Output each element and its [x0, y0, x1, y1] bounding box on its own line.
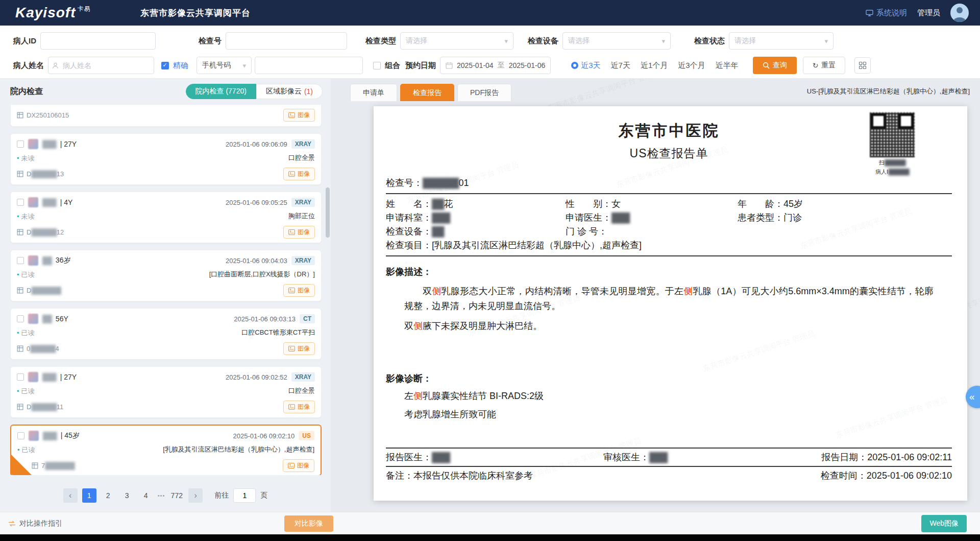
tab-regional-cloud[interactable]: 区域影像云 (1) — [256, 84, 323, 99]
exam-number: 7███████ — [41, 462, 75, 469]
qr-caption-2: 病人I██████ — [864, 168, 920, 176]
image-button[interactable]: 图像 — [283, 226, 315, 239]
exam-list-item[interactable]: ███ | 27Y 2025-01-06 09:06:09 XRAY •未读 口… — [10, 133, 322, 185]
image-button[interactable]: 图像 — [283, 284, 315, 297]
date-end[interactable]: 2025-01-06 — [509, 61, 546, 69]
patient-id-input[interactable] — [40, 32, 156, 50]
patient-age: | 27Y — [60, 140, 77, 148]
read-status: •已读 — [17, 445, 35, 455]
item-checkbox[interactable] — [17, 257, 24, 264]
page-number-3[interactable]: 3 — [120, 488, 134, 503]
chevron-down-icon: ▾ — [504, 37, 508, 45]
web-image-button[interactable]: Web图像 — [921, 515, 967, 532]
exam-list-item[interactable]: ██ 36岁 2025-01-06 09:04:03 XRAY •已读 [口腔曲… — [10, 250, 322, 301]
panel-title: 院内检查 — [10, 86, 43, 97]
exam-list-item[interactable]: ███ | 27Y 2025-01-06 09:02:52 XRAY •已读 口… — [10, 366, 322, 418]
exam-description: 口腔全景 — [288, 387, 315, 395]
exact-label: 精确 — [173, 61, 188, 70]
page-ellipsis[interactable]: ••• — [158, 492, 165, 499]
date-range-picker[interactable]: 2025-01-04 至 2025-01-06 — [440, 57, 551, 74]
compare-images-button[interactable]: 对比影像 — [284, 515, 333, 532]
exam-id-icon — [17, 404, 23, 410]
radio-on-icon — [571, 62, 578, 69]
person-icon — [957, 7, 963, 13]
combine-label: 组合 — [385, 61, 400, 70]
page-number-last[interactable]: 772 — [169, 488, 184, 503]
query-button[interactable]: 查询 — [753, 57, 797, 74]
exam-list-item-selected[interactable]: ███ | 45岁 2025-01-06 09:02:10 US •已读 [乳腺… — [10, 425, 322, 475]
image-button[interactable]: 图像 — [283, 342, 315, 355]
compare-guide-link[interactable]: 对比操作指引 — [8, 519, 62, 528]
prev-page-button[interactable]: ‹ — [63, 488, 78, 503]
imaging-diagnosis-label: 影像诊断： — [386, 372, 952, 385]
exam-list-item[interactable]: ███ | 4Y 2025-01-06 09:05:25 XRAY •未读 胸部… — [10, 192, 322, 243]
read-status: •已读 — [17, 328, 35, 338]
system-help-link[interactable]: 系统说明 — [866, 8, 907, 18]
phone-field-select[interactable]: 手机号码 ▾ — [197, 57, 252, 74]
imaging-diagnosis-text: 左侧乳腺囊实性结节 BI-RADS:2级 — [404, 389, 952, 403]
exam-list-item[interactable]: ██ 56Y 2025-01-06 09:03:13 CT •已读 口腔CBCT… — [10, 308, 322, 360]
review-doctor: 审核医生：███ — [603, 451, 821, 463]
tab-exam-report[interactable]: 检查报告 — [400, 84, 454, 101]
search-row-2: 病人姓名 精确 手机号码 ▾ 组合 预约日期 2025-01-04 — [12, 53, 968, 78]
watermark-text: 东营市影像云共享调阅平台 管理员 — [702, 328, 816, 374]
exam-status-select[interactable]: 请选择 ▾ — [729, 32, 834, 50]
quick-option-7days[interactable]: 近7天 — [611, 61, 630, 70]
item-checkbox[interactable] — [17, 199, 24, 206]
page-number-4[interactable]: 4 — [139, 488, 153, 503]
page-number-1[interactable]: 1 — [82, 488, 96, 503]
item-checkbox[interactable] — [17, 140, 24, 148]
patient-name-input[interactable] — [48, 57, 154, 74]
exam-time: 2025-01-06 09:02:52 — [226, 373, 287, 381]
item-checkbox[interactable] — [17, 432, 24, 439]
date-start[interactable]: 2025-01-04 — [457, 61, 494, 69]
modality-badge: XRAY — [291, 139, 315, 149]
exam-list-item-partial[interactable]: DX250106015 图像 — [10, 104, 322, 127]
tab-hospital-exams[interactable]: 院内检查 (7720) — [186, 84, 256, 99]
combine-checkbox[interactable] — [373, 62, 381, 69]
item-checkbox[interactable] — [17, 373, 24, 381]
exam-number: D███████ — [27, 287, 61, 294]
report-exam-number: 检查号：██████01 — [386, 177, 952, 189]
image-button[interactable]: 图像 — [283, 401, 315, 413]
reset-button[interactable]: ↻ 重置 — [803, 57, 846, 74]
exam-no-input[interactable] — [226, 32, 347, 50]
imaging-description-label: 影像描述： — [386, 266, 952, 278]
user-role[interactable]: 管理员 — [917, 8, 940, 18]
exam-time-field: 检查时间：2025-01-06 09:02:10 — [821, 469, 952, 482]
quick-option-1month[interactable]: 近1个月 — [641, 61, 668, 70]
exam-time: 2025-01-06 09:04:03 — [226, 257, 287, 265]
page-number-2[interactable]: 2 — [101, 488, 115, 503]
exact-checkbox[interactable] — [161, 62, 169, 69]
quick-option-halfyear[interactable]: 近半年 — [716, 61, 739, 70]
report-note: 备注：本报告仅供本院临床科室参考 — [386, 469, 603, 482]
imaging-description-text: 双侧乳腺形态大小正常，内结构清晰，导管未见明显增宽。于左侧乳腺（1A）可见大小约… — [404, 284, 934, 314]
goto-page-input[interactable] — [233, 488, 256, 503]
grid-layout-icon — [859, 61, 867, 69]
divider — [386, 193, 952, 194]
next-page-button[interactable]: › — [188, 488, 203, 503]
tab-pdf-report[interactable]: PDF报告 — [457, 84, 511, 101]
layout-toggle-button[interactable] — [854, 57, 871, 74]
exam-device-select[interactable]: 请选择 ▾ — [562, 32, 671, 50]
item-checkbox[interactable] — [17, 315, 24, 322]
list-scrollbar[interactable] — [326, 187, 330, 238]
image-button[interactable]: 图像 — [283, 459, 314, 472]
exam-number: D██████13 — [27, 170, 64, 178]
status-dot-icon: • — [17, 446, 20, 454]
app-title: 东营市影像云共享调阅平台 — [140, 7, 251, 19]
image-button[interactable]: 图像 — [283, 109, 315, 122]
tab-request-form[interactable]: 申请单 — [350, 84, 397, 101]
image-button[interactable]: 图像 — [283, 168, 315, 180]
quick-option-3days[interactable]: 近3天 — [571, 61, 600, 70]
exam-type-select[interactable]: 请选择 ▾ — [400, 32, 513, 50]
image-icon — [288, 288, 295, 293]
user-avatar[interactable] — [950, 4, 969, 22]
patient-info-grid: 姓 名：██花 性 别：女 年 龄：45岁 申请科室：███ 申请医生：███ … — [386, 197, 952, 239]
qr-caption-1: 扫██████ — [864, 159, 920, 167]
quick-date-options: 近3天 近7天 近1个月 近3个月 近半年 — [571, 61, 738, 70]
phone-number-input[interactable] — [255, 57, 363, 74]
quick-option-3months[interactable]: 近3个月 — [678, 61, 705, 70]
field-age: 年 龄：45岁 — [738, 197, 952, 211]
exam-description: 胸部正位 — [288, 212, 315, 220]
